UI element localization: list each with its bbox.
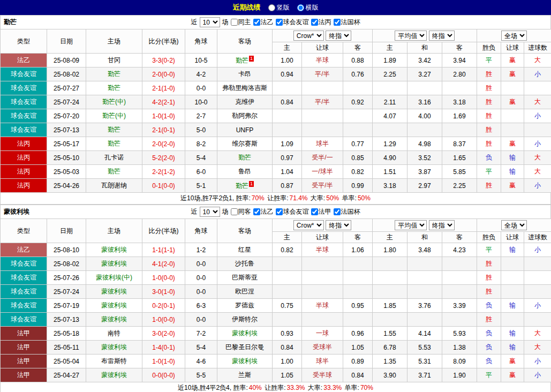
match-count-select[interactable]: 10	[200, 207, 220, 217]
result-goals-cell: 大	[524, 165, 551, 179]
match-count-select[interactable]: 10	[200, 17, 220, 27]
home-team-name[interactable]: 南特	[108, 329, 120, 337]
away-team-name[interactable]: 卡昂	[238, 70, 251, 78]
view-vertical-option[interactable]: 竖版	[268, 3, 290, 12]
home-team-name[interactable]: 蒙彼利埃	[101, 301, 127, 309]
away-team-name[interactable]: 弗勒里梅洛吉斯	[222, 84, 267, 92]
league-filter-input[interactable]	[276, 208, 283, 215]
league-filter-checkbox[interactable]: 球会友谊	[276, 207, 309, 216]
home-team-name[interactable]: 瓦朗谢纳	[101, 182, 127, 189]
avg-select[interactable]: 平均值	[395, 220, 427, 230]
away-team-name[interactable]: 欧巴涅	[235, 288, 254, 295]
league-filter-input[interactable]	[334, 208, 341, 215]
league-filter-checkbox[interactable]: 法甲	[311, 207, 331, 216]
league-filter-input[interactable]	[253, 19, 260, 26]
home-team-name[interactable]: 蒙彼利埃(中)	[96, 274, 132, 281]
date-cell: 25-07-13	[47, 123, 86, 137]
league-filter-checkbox[interactable]: 法乙	[253, 207, 274, 216]
odds-home-cell: 0.84	[273, 95, 302, 109]
avg-select[interactable]: 平均值	[395, 31, 427, 41]
league-cell: 球会友谊	[1, 81, 47, 95]
avg-home-cell	[373, 257, 407, 271]
home-team-name[interactable]: 蒙彼利埃	[101, 246, 127, 253]
away-team-name[interactable]: 巴黎圣日尔曼	[225, 343, 264, 351]
away-team-name[interactable]: 维尔赛斯	[232, 140, 258, 147]
avg-draw-cell: 3.52	[407, 151, 442, 165]
away-team-name[interactable]: 鲁昂	[238, 168, 251, 175]
league-filter-input[interactable]	[334, 19, 341, 26]
home-team-name[interactable]: 勤芒	[108, 140, 120, 147]
home-team-name[interactable]: 蒙彼利埃	[101, 315, 127, 323]
away-team-name[interactable]: 伊斯特尔	[232, 315, 258, 323]
odds-company-select[interactable]: Crow*	[293, 220, 324, 230]
away-team-name[interactable]: UNFP	[236, 126, 254, 134]
odds-away-cell: 0.89	[343, 355, 373, 368]
league-filter-checkbox[interactable]: 法国杯	[334, 207, 360, 216]
home-team-name[interactable]: 勤芒	[108, 168, 120, 175]
page-title: 近期战绩	[233, 3, 261, 12]
home-team-name[interactable]: 甘冈	[108, 56, 120, 64]
away-team-name[interactable]: 罗德兹	[235, 301, 254, 309]
avg-away-cell	[442, 81, 477, 95]
scope-select[interactable]: 全场	[501, 220, 527, 230]
home-team-name[interactable]: 勤芒	[108, 84, 120, 92]
col-type: 类型	[1, 219, 47, 243]
away-team-name[interactable]: 勤芒	[236, 182, 248, 190]
away-team-name[interactable]: 勤芒	[238, 154, 251, 161]
odds-company-select[interactable]: Crow*	[293, 31, 324, 41]
avg-time-select[interactable]: 终指	[429, 31, 455, 41]
avg-home-cell: 1.51	[373, 165, 407, 179]
same-venue-input[interactable]	[231, 208, 238, 215]
away-team-name[interactable]: 蒙彼利埃	[232, 357, 258, 365]
result-wdl-cell: 胜	[477, 179, 501, 193]
away-team-name[interactable]: 红星	[238, 246, 251, 253]
handicap-cell: 受半/一	[302, 151, 343, 165]
away-team-name[interactable]: 蒙彼利埃	[232, 329, 258, 337]
away-team-name[interactable]: 勤芒	[236, 57, 248, 64]
filter-bar: 近10场同客法乙球会友谊法甲法国杯	[191, 207, 360, 217]
view-vertical-radio[interactable]	[268, 4, 275, 11]
away-team-name[interactable]: 巴斯蒂亚	[232, 274, 258, 281]
away-team-name[interactable]: 兰斯	[238, 371, 251, 379]
league-filter-input[interactable]	[253, 208, 260, 215]
match-row: 球会友谊25-07-19蒙彼利埃0-2(0-1)6-3罗德兹0.75半球0.95…	[1, 299, 551, 313]
league-filter-input[interactable]	[276, 19, 283, 26]
scope-select[interactable]: 全场	[501, 31, 527, 41]
result-handicap-cell: 赢	[501, 355, 524, 368]
home-team-name[interactable]: 勤芒(中)	[102, 98, 126, 105]
home-team-name[interactable]: 蒙彼利埃	[101, 343, 127, 351]
away-team-name[interactable]: 沙托鲁	[235, 260, 254, 267]
view-horizontal-radio[interactable]	[297, 4, 304, 11]
home-team-name[interactable]: 蒙彼利埃	[101, 371, 127, 379]
subcol-odds-away: 客	[343, 232, 373, 243]
odds-time-select[interactable]: 终指	[326, 31, 351, 41]
same-venue-input[interactable]	[231, 19, 238, 26]
league-filter-checkbox[interactable]: 法国杯	[334, 18, 360, 27]
view-horizontal-option[interactable]: 横版	[297, 3, 319, 12]
league-filter-checkbox[interactable]: 球会友谊	[276, 18, 309, 27]
score-cell: 2-1(1-0)	[142, 81, 185, 95]
league-filter-checkbox[interactable]: 法丙	[311, 18, 331, 27]
away-team-cell: UNFP	[217, 123, 273, 137]
same-venue-checkbox[interactable]: 同主	[231, 18, 251, 27]
league-filter-input[interactable]	[311, 208, 318, 215]
away-team-name[interactable]: 勒阿弗尔	[232, 112, 258, 119]
away-team-name[interactable]: 克维伊	[235, 98, 254, 105]
home-team-name[interactable]: 布雷斯特	[101, 357, 127, 365]
result-handicap-cell: 输	[501, 165, 524, 179]
home-team-name[interactable]: 勤芒	[108, 126, 120, 133]
same-venue-checkbox[interactable]: 同客	[231, 207, 251, 216]
league-filter-label: 球会友谊	[283, 207, 309, 216]
league-filter-checkbox[interactable]: 法乙	[253, 18, 274, 27]
home-team-name[interactable]: 蒙彼利埃	[101, 260, 127, 267]
date-cell: 25-07-24	[47, 95, 86, 109]
date-cell: 25-07-26	[47, 271, 86, 285]
home-team-name[interactable]: 孔卡诺	[104, 154, 124, 161]
odds-time-select[interactable]: 终指	[326, 220, 351, 230]
league-filter-input[interactable]	[311, 19, 318, 26]
avg-time-select[interactable]: 终指	[429, 220, 455, 230]
home-team-name[interactable]: 勤芒(中)	[102, 112, 126, 119]
result-goals-cell	[524, 285, 551, 299]
home-team-name[interactable]: 勤芒	[108, 70, 120, 78]
home-team-name[interactable]: 蒙彼利埃	[101, 288, 127, 295]
